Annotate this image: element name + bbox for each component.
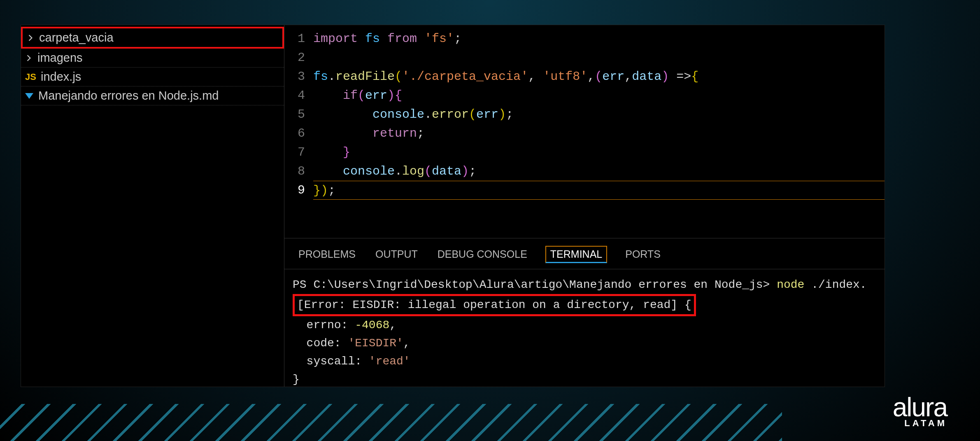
terminal-closing-brace: } [293, 371, 876, 389]
folder-label: imagens [37, 51, 83, 65]
folder-label: carpeta_vacia [39, 31, 114, 44]
tab-debug-console[interactable]: DEBUG CONSOLE [436, 246, 529, 263]
chevron-right-icon [27, 34, 34, 42]
terminal-syscall-value: 'read' [369, 355, 410, 368]
tab-ports[interactable]: PORTS [624, 246, 662, 263]
folder-carpeta-vacia[interactable]: carpeta_vacia [21, 27, 284, 49]
terminal-error-highlighted: [Error: EISDIR: illegal operation on a d… [293, 294, 696, 316]
bottom-panel: PROBLEMS OUTPUT DEBUG CONSOLE TERMINAL P… [284, 238, 885, 387]
js-file-icon: JS [25, 72, 36, 82]
tab-output[interactable]: OUTPUT [374, 246, 419, 263]
chevron-right-icon [25, 54, 33, 62]
terminal-code-label: code: [293, 337, 348, 350]
terminal-code-value: 'EISDIR' [348, 337, 403, 350]
ide-window: carpeta_vacia imagens JS index.js Maneja… [21, 25, 885, 387]
terminal-errno-value: -4068 [355, 319, 389, 331]
terminal-output[interactable]: PS C:\Users\Ingrid\Desktop\Alura\artigo\… [284, 269, 885, 395]
line-gutter: 123456789 [284, 29, 313, 238]
terminal-errno-label: errno: [293, 319, 355, 331]
file-label: Manejando errores en Node.js.md [38, 89, 219, 103]
terminal-syscall-label: syscall: [293, 355, 369, 368]
decorative-stripes [0, 404, 782, 441]
tab-problems[interactable]: PROBLEMS [297, 246, 357, 263]
markdown-file-icon [25, 93, 33, 99]
brand-logo: alura LATAM [893, 397, 947, 429]
terminal-command: node [777, 278, 811, 291]
panel-tabs: PROBLEMS OUTPUT DEBUG CONSOLE TERMINAL P… [284, 238, 885, 269]
file-explorer[interactable]: carpeta_vacia imagens JS index.js Maneja… [21, 25, 284, 387]
tab-terminal[interactable]: TERMINAL [545, 246, 607, 263]
code-editor[interactable]: 123456789 import fs from 'fs'; fs.readFi… [284, 25, 885, 238]
file-index-js[interactable]: JS index.js [21, 68, 284, 86]
code-content[interactable]: import fs from 'fs'; fs.readFile('./carp… [313, 29, 885, 238]
file-label: index.js [41, 70, 81, 84]
terminal-prompt: PS C:\Users\Ingrid\Desktop\Alura\artigo\… [293, 278, 777, 291]
brand-name: alura [893, 397, 947, 418]
editor-pane: 123456789 import fs from 'fs'; fs.readFi… [284, 25, 885, 387]
file-md[interactable]: Manejando errores en Node.js.md [21, 86, 284, 105]
terminal-arg: ./index. [811, 278, 866, 291]
folder-imagens[interactable]: imagens [21, 49, 284, 68]
